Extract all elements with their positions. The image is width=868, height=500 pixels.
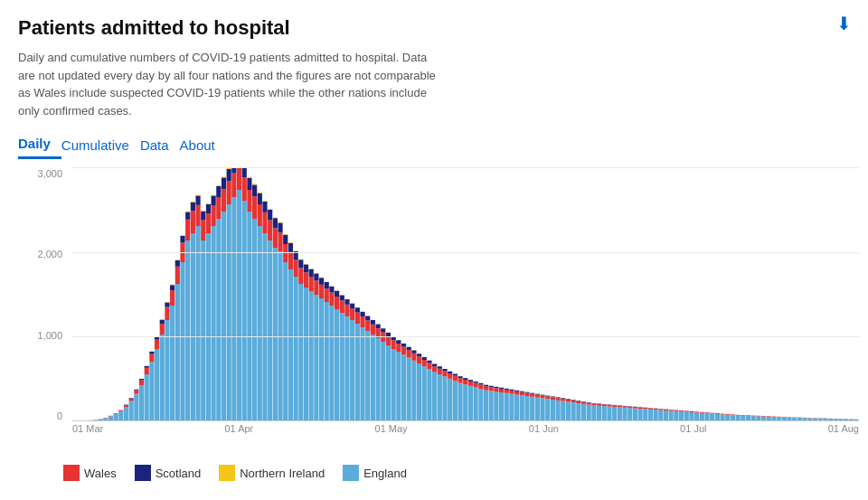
- y-label-1000: 1,000: [27, 330, 68, 341]
- x-label-may: 01 May: [375, 423, 408, 434]
- legend-scotland-label: Scotland: [156, 467, 202, 480]
- legend-england: England: [343, 465, 407, 481]
- legend-wales: Wales: [63, 465, 117, 481]
- x-label-mar: 01 Mar: [72, 423, 103, 434]
- legend-northern-ireland-label: Northern Ireland: [240, 467, 325, 480]
- x-axis: 01 Mar 01 Apr 01 May 01 Jun 01 Jul 01 Au…: [72, 423, 859, 434]
- tab-about[interactable]: About: [180, 132, 226, 159]
- y-label-3000: 3,000: [27, 168, 68, 179]
- bar-chart: [72, 168, 859, 421]
- tab-daily[interactable]: Daily: [18, 132, 61, 159]
- legend-northern-ireland: Northern Ireland: [219, 465, 325, 481]
- page-title: Patients admitted to hospital: [18, 16, 850, 40]
- chart-description: Daily and cumulative numbers of COVID-19…: [18, 49, 443, 119]
- x-label-aug: 01 Aug: [828, 423, 859, 434]
- x-label-apr: 01 Apr: [224, 423, 253, 434]
- tab-bar: Daily Cumulative Data About: [18, 132, 850, 159]
- tab-cumulative[interactable]: Cumulative: [61, 132, 140, 159]
- y-axis: 0 1,000 2,000 3,000: [27, 168, 68, 421]
- scotland-swatch: [135, 465, 151, 481]
- y-label-0: 0: [27, 410, 68, 421]
- y-label-2000: 2,000: [27, 249, 68, 259]
- chart-legend: Wales Scotland Northern Ireland England: [63, 465, 850, 481]
- northern-ireland-swatch: [219, 465, 235, 481]
- x-label-jun: 01 Jun: [529, 423, 559, 434]
- tab-data[interactable]: Data: [140, 132, 180, 159]
- download-button[interactable]: ⬇: [836, 13, 852, 34]
- chart-inner: [72, 168, 859, 421]
- chart-area: 0 1,000 2,000 3,000 01 Mar 01 Apr 01 May…: [27, 168, 859, 458]
- legend-wales-label: Wales: [84, 467, 117, 480]
- legend-england-label: England: [363, 467, 407, 480]
- england-swatch: [343, 465, 359, 481]
- wales-swatch: [63, 465, 80, 481]
- x-label-jul: 01 Jul: [680, 423, 706, 434]
- legend-scotland: Scotland: [135, 465, 202, 481]
